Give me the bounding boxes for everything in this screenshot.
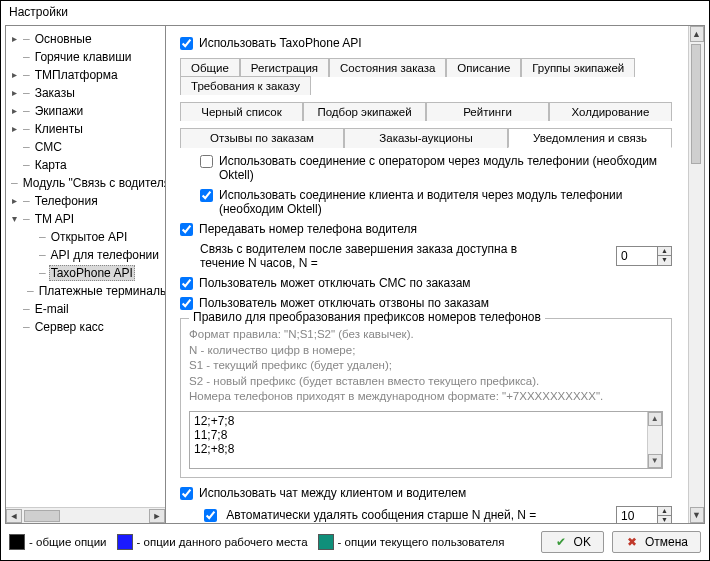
tree-bullet: – xyxy=(8,176,21,190)
tree-expand-icon[interactable]: ▸ xyxy=(8,69,20,81)
tree-item-label: Платежные терминалы xyxy=(37,284,166,298)
tab[interactable]: Уведомления и связь xyxy=(508,128,672,148)
tree-collapse-icon[interactable]: ▾ xyxy=(8,213,20,225)
spin-up-icon[interactable]: ▲ xyxy=(657,247,671,256)
tree-item[interactable]: –Платежные терминалы xyxy=(6,282,165,300)
tree-item-label: Основные xyxy=(33,32,94,46)
hint-line: Формат правила: "N;S1;S2" (без кавычек). xyxy=(189,327,663,343)
tree-item[interactable]: ▸–Основные xyxy=(6,30,165,48)
cancel-button[interactable]: ✖ Отмена xyxy=(612,531,701,553)
oktell-operator-checkbox[interactable] xyxy=(200,155,213,168)
tree-expand-icon[interactable]: ▸ xyxy=(8,123,20,135)
forward-driver-phone-checkbox[interactable] xyxy=(180,223,193,236)
tree-item[interactable]: ▸–Заказы xyxy=(6,84,165,102)
use-chat-checkbox[interactable] xyxy=(180,487,193,500)
tab[interactable]: Группы экипажей xyxy=(521,58,635,77)
scroll-down-icon[interactable]: ▼ xyxy=(690,507,704,523)
content-pane: Использовать TaxoPhone API ОбщиеРегистра… xyxy=(166,26,704,523)
scroll-thumb[interactable] xyxy=(691,44,701,164)
check-icon: ✔ xyxy=(554,535,568,549)
tree-item[interactable]: ▸–ТМПлатформа xyxy=(6,66,165,84)
textarea-scrollbar[interactable]: ▲ ▼ xyxy=(647,412,663,468)
spin-down-icon[interactable]: ▼ xyxy=(657,256,671,265)
tab[interactable]: Регистрация xyxy=(240,58,329,77)
tab[interactable]: Черный список xyxy=(180,102,303,121)
tab[interactable]: Заказы-аукционы xyxy=(344,128,508,148)
cancel-button-label: Отмена xyxy=(645,535,688,549)
tab[interactable]: Общие xyxy=(180,58,240,77)
tree-bullet: – xyxy=(20,320,33,334)
use-taxophone-api-checkbox[interactable] xyxy=(180,37,193,50)
tree-bullet: – xyxy=(20,158,33,172)
tab[interactable]: Требования к заказу xyxy=(180,76,311,95)
tree-item-label: Экипажи xyxy=(33,104,85,118)
tree-item-label: E-mail xyxy=(33,302,71,316)
content-vertical-scrollbar[interactable]: ▲ ▼ xyxy=(688,26,704,523)
tree-bullet: – xyxy=(36,230,49,244)
tree-item-label: ТМПлатформа xyxy=(33,68,120,82)
tree-bullet: – xyxy=(20,302,33,316)
spin-down-icon[interactable]: ▼ xyxy=(657,516,671,523)
tab[interactable]: Холдирование xyxy=(549,102,672,121)
tree-item[interactable]: –СМС xyxy=(6,138,165,156)
hint-line: S1 - текущий префикс (будет удален); xyxy=(189,358,663,374)
prefix-rule-textarea[interactable] xyxy=(190,412,647,468)
tab[interactable]: Состояния заказа xyxy=(329,58,446,77)
disable-sms-checkbox[interactable] xyxy=(180,277,193,290)
tree-item[interactable]: –Карта xyxy=(6,156,165,174)
tree-item-label: Клиенты xyxy=(33,122,85,136)
tree-bullet: – xyxy=(20,32,33,46)
tree-horizontal-scrollbar[interactable]: ◄ ► xyxy=(6,507,165,523)
tree-item[interactable]: –Модуль "Связь с водителями" xyxy=(6,174,165,192)
tree-item-label: API для телефонии xyxy=(49,248,161,262)
tree-bullet: – xyxy=(20,86,33,100)
scroll-left-icon[interactable]: ◄ xyxy=(6,509,22,523)
forward-driver-phone-label: Передавать номер телефона водителя xyxy=(199,222,417,236)
contact-after-spinner[interactable]: ▲ ▼ xyxy=(616,246,672,266)
tab[interactable]: Отзывы по заказам xyxy=(180,128,344,148)
tree-expand-icon[interactable]: ▸ xyxy=(8,105,20,117)
legend-swatch xyxy=(9,534,25,550)
auto-delete-label: Автоматически удалять сообщения старше N… xyxy=(226,508,536,522)
tree-item[interactable]: –E-mail xyxy=(6,300,165,318)
scroll-thumb[interactable] xyxy=(24,510,60,522)
tree-item[interactable]: ▸–Телефония xyxy=(6,192,165,210)
legend-swatch xyxy=(117,534,133,550)
tree-item[interactable]: –Сервер касс xyxy=(6,318,165,336)
ok-button[interactable]: ✔ OK xyxy=(541,531,604,553)
tree-item[interactable]: –TaxoPhone API xyxy=(6,264,165,282)
tab[interactable]: Подбор экипажей xyxy=(303,102,426,121)
tree-bullet: – xyxy=(20,68,33,82)
auto-delete-spinner[interactable]: ▲ ▼ xyxy=(616,506,672,523)
tree-item[interactable]: ▸–Клиенты xyxy=(6,120,165,138)
tree-item[interactable]: ▸–Экипажи xyxy=(6,102,165,120)
auto-delete-checkbox[interactable] xyxy=(204,509,217,522)
scroll-up-icon[interactable]: ▲ xyxy=(648,412,662,426)
spin-up-icon[interactable]: ▲ xyxy=(657,507,671,516)
disable-sms-label: Пользователь может отключать СМС по зака… xyxy=(199,276,471,290)
oktell-client-driver-checkbox[interactable] xyxy=(200,189,213,202)
tree-item[interactable]: –Открытое API xyxy=(6,228,165,246)
tree-item[interactable]: –Горячие клавиши xyxy=(6,48,165,66)
prefix-rule-hint: Формат правила: "N;S1;S2" (без кавычек).… xyxy=(189,327,663,405)
use-taxophone-api-label: Использовать TaxoPhone API xyxy=(199,36,362,50)
tree-item[interactable]: –API для телефонии xyxy=(6,246,165,264)
prefix-rule-group: Правило для преобразования префиксов ном… xyxy=(180,318,672,478)
footer: - общие опции- опции данного рабочего ме… xyxy=(5,528,705,556)
tree-item-label: Модуль "Связь с водителями" xyxy=(21,176,166,190)
disable-callback-checkbox[interactable] xyxy=(180,297,193,310)
tab[interactable]: Описание xyxy=(446,58,521,77)
tree-expand-icon[interactable]: ▸ xyxy=(8,87,20,99)
scroll-right-icon[interactable]: ► xyxy=(149,509,165,523)
tree-expand-icon[interactable]: ▸ xyxy=(8,33,20,45)
scroll-up-icon[interactable]: ▲ xyxy=(690,26,704,42)
tree-bullet: – xyxy=(24,284,37,298)
scroll-down-icon[interactable]: ▼ xyxy=(648,454,662,468)
tab[interactable]: Рейтинги xyxy=(426,102,549,121)
legend-label: - опции данного рабочего места xyxy=(137,536,308,548)
auto-delete-input[interactable] xyxy=(617,507,657,523)
tree-expand-icon[interactable]: ▸ xyxy=(8,195,20,207)
legend-item: - опции текущего пользователя xyxy=(318,534,505,550)
contact-after-input[interactable] xyxy=(617,247,657,265)
tree-item[interactable]: ▾–TM API xyxy=(6,210,165,228)
